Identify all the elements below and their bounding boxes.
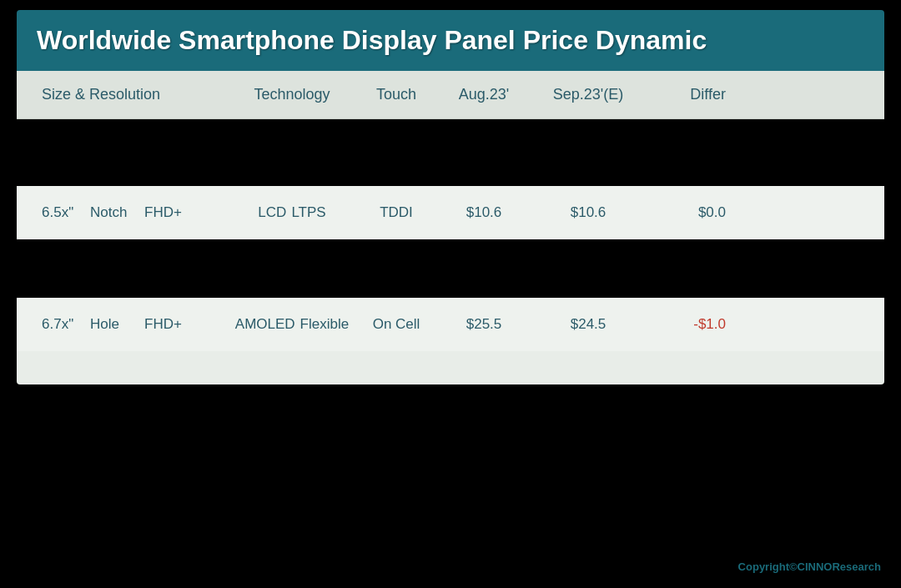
header-aug: Aug.23' bbox=[434, 86, 534, 103]
cell-notch-2: Hole bbox=[90, 316, 136, 333]
cell-tech2-2: Flexible bbox=[300, 316, 350, 333]
cell-tech1-2: AMOLED bbox=[235, 316, 295, 333]
cell-res-2: FHD+ bbox=[144, 316, 182, 333]
size-group-2: 6.7x" Hole FHD+ bbox=[42, 316, 225, 333]
cell-notch-1: Notch bbox=[90, 204, 136, 221]
tech-group-2: AMOLED Flexible bbox=[225, 316, 359, 333]
cell-aug-2: $25.5 bbox=[434, 316, 534, 333]
copyright-text: Copyright©CINNOResearch bbox=[738, 560, 881, 573]
header-size: Size & Resolution bbox=[42, 86, 225, 103]
bottom-pad bbox=[17, 351, 884, 368]
header-touch: Touch bbox=[359, 86, 434, 103]
header-differ: Differ bbox=[642, 86, 726, 103]
cell-sep-2: $24.5 bbox=[534, 316, 642, 333]
table-area: Size & Resolution Technology Touch Aug.2… bbox=[17, 71, 884, 384]
cell-size-2: 6.7x" bbox=[42, 316, 82, 333]
cell-aug-1: $10.6 bbox=[434, 204, 534, 221]
page-title: Worldwide Smartphone Display Panel Price… bbox=[37, 25, 864, 56]
cell-res-1: FHD+ bbox=[144, 204, 182, 221]
gap-middle bbox=[17, 239, 884, 298]
tech-group-1: LCD LTPS bbox=[225, 204, 359, 221]
cell-touch-1: TDDI bbox=[359, 204, 434, 221]
cell-touch-2: On Cell bbox=[359, 316, 434, 333]
table-row: 6.7x" Hole FHD+ AMOLED Flexible On Cell … bbox=[17, 298, 884, 351]
gap-top bbox=[17, 119, 884, 186]
table-header: Size & Resolution Technology Touch Aug.2… bbox=[17, 71, 884, 119]
cell-differ-1: $0.0 bbox=[642, 204, 726, 221]
title-bar: Worldwide Smartphone Display Panel Price… bbox=[17, 10, 884, 71]
table-row: 6.5x" Notch FHD+ LCD LTPS TDDI $10.6 $10… bbox=[17, 186, 884, 239]
cell-tech2-1: LTPS bbox=[291, 204, 325, 221]
cell-sep-1: $10.6 bbox=[534, 204, 642, 221]
cell-differ-2: -$1.0 bbox=[642, 316, 726, 333]
header-tech: Technology bbox=[225, 86, 359, 103]
size-group-1: 6.5x" Notch FHD+ bbox=[42, 204, 225, 221]
cell-size-1: 6.5x" bbox=[42, 204, 82, 221]
header-sep: Sep.23'(E) bbox=[534, 86, 642, 103]
cell-tech1-1: LCD bbox=[258, 204, 286, 221]
